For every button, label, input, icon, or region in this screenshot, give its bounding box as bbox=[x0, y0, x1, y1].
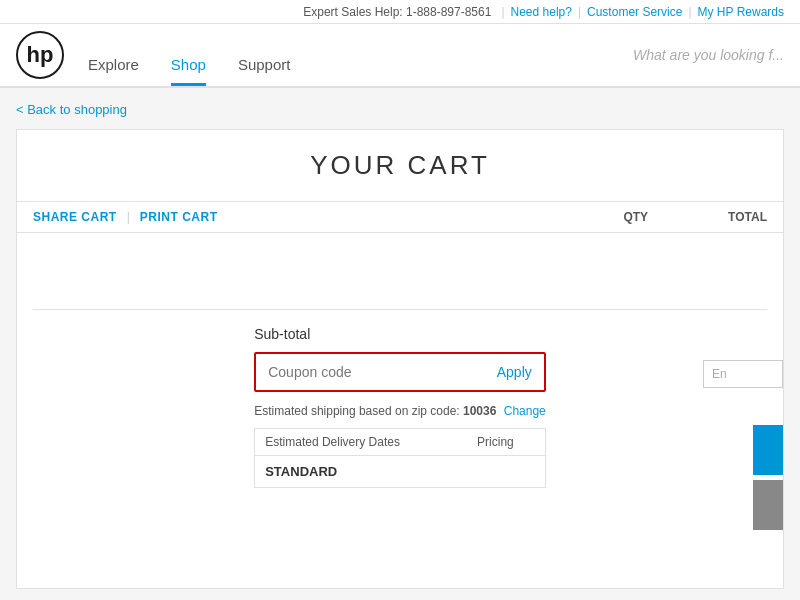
cart-toolbar: SHARE CART | PRINT CART QTY TOTAL bbox=[17, 202, 783, 233]
change-zip-link[interactable]: Change bbox=[504, 404, 546, 418]
main-content: < Back to shopping YOUR CART SHARE CART … bbox=[0, 88, 800, 600]
cart-container: YOUR CART SHARE CART | PRINT CART QTY TO… bbox=[16, 129, 784, 589]
hp-logo[interactable]: hp bbox=[16, 31, 64, 79]
shipping-info: Estimated shipping based on zip code: 10… bbox=[254, 404, 546, 418]
floating-gray-button[interactable] bbox=[753, 480, 783, 530]
shipping-text: Estimated shipping based on zip code: bbox=[254, 404, 459, 418]
floating-search-input[interactable]: En bbox=[703, 360, 783, 388]
delivery-pricing-standard bbox=[467, 456, 545, 488]
total-header: TOTAL bbox=[728, 210, 767, 224]
nav-support[interactable]: Support bbox=[238, 24, 291, 86]
delivery-row-standard: STANDARD bbox=[255, 456, 546, 488]
print-cart-link[interactable]: PRINT CART bbox=[140, 210, 218, 224]
delivery-table: Estimated Delivery Dates Pricing STANDAR… bbox=[254, 428, 546, 488]
top-bar: Expert Sales Help: 1-888-897-8561 | Need… bbox=[0, 0, 800, 24]
qty-header: QTY bbox=[623, 210, 728, 224]
toolbar-separator: | bbox=[127, 210, 130, 224]
delivery-type-standard: STANDARD bbox=[255, 456, 467, 488]
coupon-box: Apply bbox=[254, 352, 546, 392]
search-placeholder-text: What are you looking f... bbox=[633, 47, 784, 63]
separator-1: | bbox=[501, 5, 504, 19]
customer-service-link[interactable]: Customer Service bbox=[587, 5, 682, 19]
main-nav: Explore Shop Support bbox=[88, 24, 290, 86]
subtotal-section: Sub-total Apply Estimated shipping based… bbox=[238, 326, 562, 488]
back-to-shopping-link[interactable]: < Back to shopping bbox=[16, 102, 127, 117]
site-header: hp Explore Shop Support What are you loo… bbox=[0, 24, 800, 88]
coupon-input[interactable] bbox=[268, 364, 497, 380]
apply-coupon-link[interactable]: Apply bbox=[497, 364, 532, 380]
delivery-dates-header: Estimated Delivery Dates bbox=[255, 429, 467, 456]
cart-title: YOUR CART bbox=[17, 130, 783, 202]
cart-body: Sub-total Apply Estimated shipping based… bbox=[17, 233, 783, 533]
sales-help-text: Expert Sales Help: 1-888-897-8561 bbox=[303, 5, 491, 19]
separator-2: | bbox=[578, 5, 581, 19]
share-cart-link[interactable]: SHARE CART bbox=[33, 210, 117, 224]
subtotal-label: Sub-total bbox=[254, 326, 546, 342]
nav-shop[interactable]: Shop bbox=[171, 24, 206, 86]
zip-code-value: 10036 bbox=[463, 404, 496, 418]
separator-3: | bbox=[688, 5, 691, 19]
cart-divider bbox=[33, 309, 767, 310]
need-help-link[interactable]: Need help? bbox=[511, 5, 572, 19]
nav-explore[interactable]: Explore bbox=[88, 24, 139, 86]
my-hp-rewards-link[interactable]: My HP Rewards bbox=[698, 5, 784, 19]
floating-blue-button[interactable] bbox=[753, 425, 783, 475]
pricing-header: Pricing bbox=[467, 429, 545, 456]
